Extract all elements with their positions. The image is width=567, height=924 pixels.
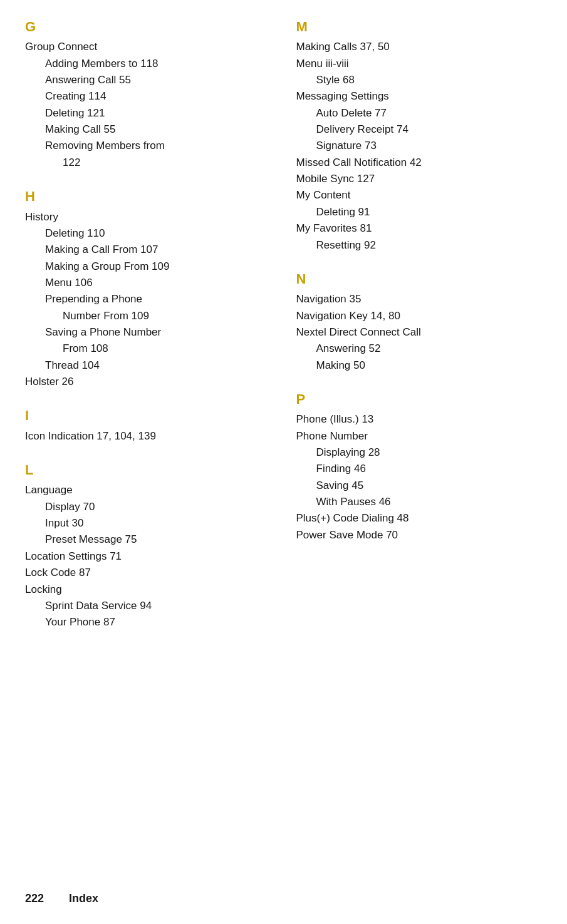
index-entry-main: Navigation 35 bbox=[296, 291, 543, 307]
index-entry-sub: Removing Members from bbox=[25, 138, 271, 154]
index-entry-sub: Answering Call 55 bbox=[25, 72, 271, 88]
index-entry-main: My Favorites 81 bbox=[296, 220, 543, 237]
index-section: PPhone (Illus.) 13Phone NumberDisplaying… bbox=[296, 391, 543, 543]
index-entry-main: Menu iii-viii bbox=[296, 56, 543, 72]
index-section: IIcon Indication 17, 104, 139 bbox=[25, 408, 271, 444]
index-entry-sub: Deleting 110 bbox=[25, 225, 271, 242]
index-entry-sub: Prepending a Phone bbox=[25, 291, 271, 307]
index-entry-sub: Auto Delete 77 bbox=[296, 105, 543, 121]
index-entry-main: Navigation Key 14, 80 bbox=[296, 308, 543, 324]
index-entry-main: Plus(+) Code Dialing 48 bbox=[296, 510, 543, 526]
index-entry-main: Mobile Sync 127 bbox=[296, 171, 543, 187]
index-entry-sub: Making a Group From 109 bbox=[25, 259, 271, 275]
index-entry-main: History bbox=[25, 209, 271, 225]
index-entry-sub: Deleting 121 bbox=[25, 105, 271, 121]
section-letter: H bbox=[25, 188, 271, 205]
section-letter: N bbox=[296, 271, 543, 287]
page-layout: GGroup ConnectAdding Members to 118Answe… bbox=[25, 19, 542, 649]
column-right: MMaking Calls 37, 50Menu iii-viiiStyle 6… bbox=[284, 19, 543, 649]
index-entry-sub2: Number From 109 bbox=[25, 308, 271, 324]
index-entry-sub: Delivery Receipt 74 bbox=[296, 121, 543, 138]
section-letter: G bbox=[25, 19, 271, 35]
index-entry-main: Icon Indication 17, 104, 139 bbox=[25, 428, 271, 444]
index-label: Index bbox=[69, 892, 98, 905]
index-section: MMaking Calls 37, 50Menu iii-viiiStyle 6… bbox=[296, 19, 543, 254]
index-entry-main: Location Settings 71 bbox=[25, 548, 271, 565]
index-section: LLanguageDisplay 70Input 30Preset Messag… bbox=[25, 462, 271, 630]
index-entry-sub: Display 70 bbox=[25, 499, 271, 515]
index-entry-sub2: From 108 bbox=[25, 341, 271, 357]
index-entry-main: Holster 26 bbox=[25, 374, 271, 390]
index-entry-main: Lock Code 87 bbox=[25, 565, 271, 581]
index-entry-main: Nextel Direct Connect Call bbox=[296, 324, 543, 341]
index-entry-sub: Sprint Data Service 94 bbox=[25, 598, 271, 614]
section-letter: M bbox=[296, 19, 543, 35]
index-entry-sub: Saving 45 bbox=[296, 478, 543, 494]
section-letter: L bbox=[25, 462, 271, 478]
index-entry-sub: Menu 106 bbox=[25, 275, 271, 291]
index-entry-main: Group Connect bbox=[25, 39, 271, 55]
index-entry-sub: With Pauses 46 bbox=[296, 494, 543, 510]
index-entry-sub: Finding 46 bbox=[296, 461, 543, 477]
column-left: GGroup ConnectAdding Members to 118Answe… bbox=[25, 19, 284, 649]
index-entry-sub: Preset Message 75 bbox=[25, 531, 271, 548]
page-footer: 222 Index bbox=[25, 892, 98, 905]
index-entry-sub: Style 68 bbox=[296, 72, 543, 88]
index-entry-sub: Displaying 28 bbox=[296, 444, 543, 461]
index-entry-sub: Thread 104 bbox=[25, 357, 271, 374]
section-letter: I bbox=[25, 408, 271, 424]
index-entry-sub: Making a Call From 107 bbox=[25, 242, 271, 258]
index-entry-main: My Content bbox=[296, 187, 543, 203]
index-section: GGroup ConnectAdding Members to 118Answe… bbox=[25, 19, 271, 171]
index-section: HHistoryDeleting 110Making a Call From 1… bbox=[25, 188, 271, 390]
index-entry-main: Missed Call Notification 42 bbox=[296, 155, 543, 171]
page-number: 222 bbox=[25, 892, 44, 905]
index-entry-sub: Input 30 bbox=[25, 515, 271, 531]
index-entry-sub: Adding Members to 118 bbox=[25, 56, 271, 72]
index-entry-main: Phone Number bbox=[296, 428, 543, 444]
index-entry-sub: Deleting 91 bbox=[296, 204, 543, 220]
index-entry-main: Language bbox=[25, 482, 271, 498]
index-entry-sub: Answering 52 bbox=[296, 341, 543, 357]
index-entry-main: Phone (Illus.) 13 bbox=[296, 411, 543, 428]
index-entry-sub: Creating 114 bbox=[25, 88, 271, 105]
index-entry-sub: Making Call 55 bbox=[25, 121, 271, 138]
index-entry-main: Power Save Mode 70 bbox=[296, 527, 543, 543]
index-entry-sub: Making 50 bbox=[296, 357, 543, 374]
index-entry-sub2: 122 bbox=[25, 155, 271, 171]
index-entry-sub: Resetting 92 bbox=[296, 237, 543, 254]
index-entry-sub: Saving a Phone Number bbox=[25, 324, 271, 341]
index-entry-main: Messaging Settings bbox=[296, 88, 543, 105]
index-entry-sub: Signature 73 bbox=[296, 138, 543, 154]
section-letter: P bbox=[296, 391, 543, 408]
index-entry-main: Making Calls 37, 50 bbox=[296, 39, 543, 55]
index-section: NNavigation 35Navigation Key 14, 80Nexte… bbox=[296, 271, 543, 374]
index-entry-main: Locking bbox=[25, 582, 271, 598]
index-entry-sub: Your Phone 87 bbox=[25, 614, 271, 630]
